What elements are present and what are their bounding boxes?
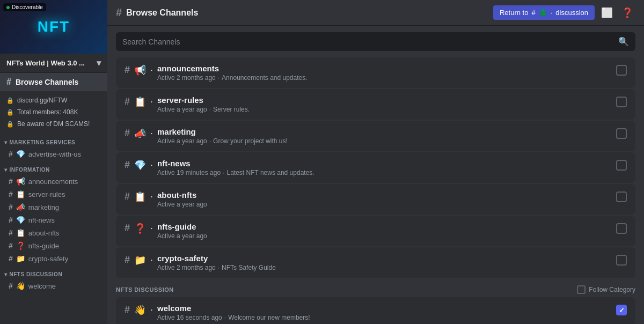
channel-name: nfts-guide	[157, 222, 196, 231]
channel-hash-icon: #	[125, 223, 130, 234]
channel-item-about-nfts[interactable]: # 📋 · about-nfts Active a year ago	[116, 184, 635, 215]
channel-dot: ·	[150, 96, 153, 107]
sidebar-channel-nft-news[interactable]: # 💎 nft-news	[2, 214, 105, 226]
return-to-button[interactable]: Return to # 🌲 · discussion	[493, 5, 595, 20]
sidebar-channel-about-nfts[interactable]: # 📋 about-nfts	[2, 227, 105, 239]
channel-hash-icon: #	[9, 229, 13, 237]
meta-dot: ·	[224, 314, 226, 321]
channel-name: announcements	[157, 64, 219, 73]
sidebar-channel-nfts-guide[interactable]: # ❓ nfts-guide	[2, 240, 105, 252]
channel-emoji: 💎	[16, 150, 25, 158]
channel-info: marketing Active a year ago · Grow your …	[157, 127, 616, 145]
sidebar-browse-channels[interactable]: # Browse Channels	[0, 73, 107, 91]
channel-checkbox[interactable]	[616, 192, 627, 202]
meta-dot: ·	[218, 264, 219, 271]
follow-category-button[interactable]: Follow Category	[577, 285, 635, 294]
channel-item-nfts-guide[interactable]: # ❓ · nfts-guide Active a year ago	[116, 216, 635, 246]
channel-meta: Active a year ago · Grow your project wi…	[157, 137, 616, 145]
channel-hash-icon: #	[125, 128, 130, 139]
channel-info: nfts-guide Active a year ago	[157, 222, 616, 240]
channel-time: Active a year ago	[157, 232, 207, 240]
channel-emoji: 📁	[16, 254, 25, 263]
channel-item-marketing[interactable]: # 📣 · marketing Active a year ago · Grow…	[116, 121, 635, 151]
sidebar-info-members: 🔒 Total members: 408K	[0, 106, 107, 118]
channel-name: announcements	[28, 178, 78, 186]
channel-hash-icon: #	[9, 177, 13, 186]
category-marketing-services[interactable]: ▾ MARKETING SERVICES	[0, 133, 107, 148]
search-bar: 🔍	[116, 32, 635, 51]
meta-dot: ·	[209, 137, 211, 145]
help-icon-button[interactable]: ❓	[619, 5, 635, 21]
channel-item-left: # 👋 · welcome Active 16 seconds ago · We…	[125, 304, 616, 321]
channel-checkbox[interactable]	[616, 65, 627, 76]
channel-meta: Active 16 seconds ago · Welcome our new …	[157, 314, 616, 321]
channel-name: marketing	[157, 127, 196, 136]
channel-name: server-rules	[28, 190, 65, 198]
category-information[interactable]: ▾ INFORMATION	[0, 160, 107, 175]
channel-emoji-extra: 📋	[134, 96, 146, 108]
channel-item-crypto-safety[interactable]: # 📁 · crypto-safety Active 2 months ago …	[116, 247, 635, 278]
sidebar-channel-crypto-safety[interactable]: # 📁 crypto-safety	[2, 253, 105, 264]
channel-meta: Active 19 minutes ago · Latest NFT news …	[157, 169, 616, 176]
channel-hash-icon: #	[9, 203, 13, 211]
channel-desc: NFTs Safety Guide	[222, 264, 276, 271]
channel-name: welcome	[157, 304, 191, 313]
channel-checkbox[interactable]	[616, 160, 627, 171]
channel-desc: Server rules.	[213, 106, 250, 113]
sidebar-channel-advertise-with-us[interactable]: # 💎 advertise-with-us	[2, 148, 105, 160]
sidebar-info-scam: 🔒 Be aware of DM SCAMS!	[0, 118, 107, 130]
return-label: Return to	[500, 9, 528, 17]
return-channel-name: discussion	[555, 9, 588, 17]
channel-time: Active 19 minutes ago	[157, 169, 221, 176]
sidebar-channel-announcements[interactable]: # 📢 announcements	[2, 175, 105, 187]
search-icon: 🔍	[618, 36, 629, 47]
channel-name: nft-news	[28, 216, 55, 224]
channel-info: crypto-safety Active 2 months ago · NFTs…	[157, 254, 616, 271]
channel-checkbox[interactable]	[616, 128, 627, 139]
return-dot: ·	[551, 9, 553, 17]
channel-hash-icon: #	[9, 241, 13, 250]
channel-checkbox[interactable]	[616, 97, 627, 107]
sidebar-channel-welcome[interactable]: # 👋 welcome	[2, 280, 105, 292]
channel-desc: Latest NFT news and updates.	[226, 169, 314, 176]
browse-channels-label: Browse Channels	[16, 78, 78, 86]
discover-dot	[6, 6, 10, 9]
sidebar-info-discord: 🔒 discord.gg/NFTW	[0, 94, 107, 106]
channel-emoji: 💎	[16, 216, 25, 224]
channel-item-server-rules[interactable]: # 📋 · server-rules Active a year ago · S…	[116, 89, 635, 120]
channel-time: Active a year ago	[157, 201, 207, 208]
channel-name: nfts-guide	[28, 242, 59, 250]
channel-item-nft-news[interactable]: # 💎 · nft-news Active 19 minutes ago · L…	[116, 152, 635, 183]
server-banner[interactable]: NFT Discoverable	[0, 0, 107, 54]
channel-hash-icon: #	[125, 304, 130, 315]
channel-desc: Announcements and updates.	[222, 74, 307, 82]
display-icon-button[interactable]: ⬜	[599, 5, 615, 21]
channel-item-left: # 📋 · about-nfts Active a year ago	[125, 190, 616, 208]
channel-name: marketing	[28, 203, 59, 211]
members-count: Total members: 408K	[17, 108, 78, 116]
search-input[interactable]	[122, 38, 614, 46]
meta-dot: ·	[218, 74, 219, 82]
channel-info: server-rules Active a year ago · Server …	[157, 95, 616, 113]
channel-item-left: # 📣 · marketing Active a year ago · Grow…	[125, 127, 616, 145]
channel-meta: Active a year ago	[157, 201, 616, 208]
channel-item-announcements[interactable]: # 📢 · announcements Active 2 months ago …	[116, 57, 635, 88]
channel-desc: Grow your project with us!	[213, 137, 288, 145]
category-label-2: INFORMATION	[10, 167, 50, 173]
channel-dot: ·	[150, 223, 153, 234]
follow-category-label: Follow Category	[589, 286, 635, 293]
channel-hash-icon: #	[125, 159, 130, 171]
channel-time: Active 2 months ago	[157, 264, 216, 271]
category-nfts-discussion[interactable]: ▾ NFTS DISCUSSION	[0, 265, 107, 279]
channel-checkbox[interactable]	[616, 255, 627, 266]
channel-checkbox-checked[interactable]: ✓	[616, 305, 627, 315]
channel-hash-icon: #	[125, 254, 130, 266]
sidebar-channel-server-rules[interactable]: # 📋 server-rules	[2, 188, 105, 200]
lock-icon: 🔒	[6, 97, 14, 104]
channel-checkbox[interactable]	[616, 223, 627, 234]
sidebar-channel-marketing[interactable]: # 📣 marketing	[2, 201, 105, 213]
channel-hash-icon: #	[125, 191, 130, 202]
header-hash-icon: #	[116, 6, 122, 19]
channel-item-welcome[interactable]: # 👋 · welcome Active 16 seconds ago · We…	[116, 297, 635, 324]
server-header[interactable]: NFTs World | Web 3.0 ... ▾	[0, 54, 107, 73]
